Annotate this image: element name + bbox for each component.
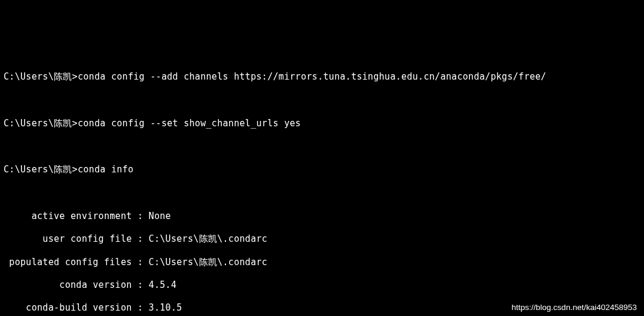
terminal-output[interactable]: C:\Users\陈凯>conda config --add channels … bbox=[4, 60, 644, 316]
command-text: conda info bbox=[78, 164, 133, 175]
info-label: user config file : bbox=[4, 233, 149, 244]
info-label: conda-build version : bbox=[4, 302, 149, 313]
command-line: C:\Users\陈凯>conda info bbox=[4, 164, 644, 175]
command-line: C:\Users\陈凯>conda config --add channels … bbox=[4, 71, 644, 83]
prompt-text: C:\Users\陈凯> bbox=[4, 118, 78, 129]
info-row: conda version : 4.5.4 bbox=[4, 279, 644, 291]
info-row: active environment : None bbox=[4, 211, 644, 222]
info-value: C:\Users\陈凯\.condarc bbox=[149, 233, 268, 244]
info-label: populated config files : bbox=[4, 257, 149, 268]
command-text: conda config --add channels https://mirr… bbox=[78, 71, 547, 82]
info-label: conda version : bbox=[4, 279, 149, 290]
blank-line bbox=[4, 95, 644, 107]
prompt-text: C:\Users\陈凯> bbox=[4, 164, 78, 175]
info-value: None bbox=[149, 211, 171, 221]
info-row: populated config files : C:\Users\陈凯\.co… bbox=[4, 257, 644, 268]
prompt-text: C:\Users\陈凯> bbox=[4, 71, 78, 82]
watermark-text: https://blog.csdn.net/kai402458953 bbox=[512, 302, 637, 312]
info-value: C:\Users\陈凯\.condarc bbox=[149, 257, 268, 268]
info-value: 4.5.4 bbox=[149, 279, 177, 290]
blank-line bbox=[4, 141, 644, 153]
command-line: C:\Users\陈凯>conda config --set show_chan… bbox=[4, 118, 644, 129]
blank-line bbox=[4, 187, 644, 199]
command-text: conda config --set show_channel_urls yes bbox=[78, 118, 301, 129]
info-row: user config file : C:\Users\陈凯\.condarc bbox=[4, 233, 644, 245]
info-value: 3.10.5 bbox=[149, 302, 182, 313]
info-label: active environment : bbox=[4, 211, 149, 221]
